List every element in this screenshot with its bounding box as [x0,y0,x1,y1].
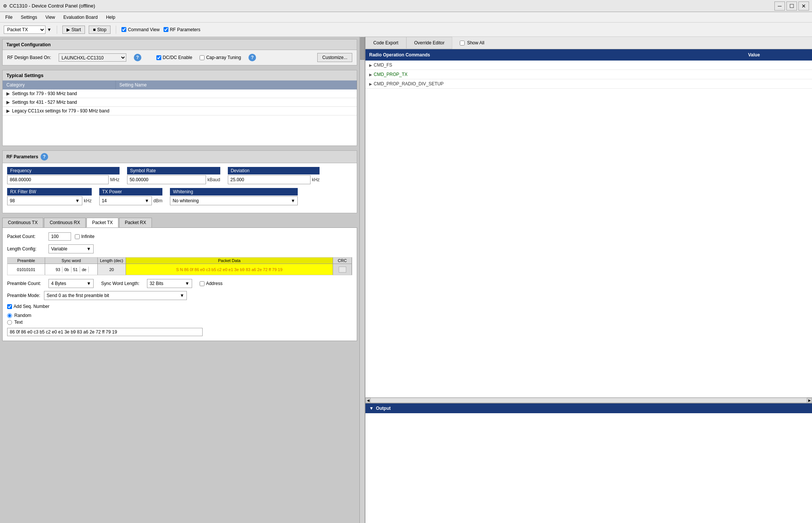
start-icon: ▶ [67,27,70,32]
address-label[interactable]: Address [200,281,223,286]
title-bar-controls: ─ ☐ ✕ [774,2,809,11]
rx-filter-dropdown[interactable]: 98 ▼ [7,196,82,205]
close-button[interactable]: ✕ [798,2,809,11]
text-radio[interactable] [7,320,12,325]
title-bar-left: ⚙ CC1310 - Device Control Panel (offline… [3,3,95,9]
preamble-mode-row: Preamble Mode: Send 0 as the first pream… [7,291,352,300]
tab-code-export[interactable]: Code Export [365,37,406,49]
scroll-right-button[interactable]: ▶ [807,398,812,403]
scroll-thumb[interactable] [360,37,365,60]
expand-arrow-icon[interactable]: ▶ [6,91,10,96]
start-button[interactable]: ▶ Start [62,26,85,34]
toolbar-separator-2 [116,26,116,34]
deviation-input[interactable] [228,175,311,184]
rf-parameters-section: RF Parameters ? Frequency MHz Symbol Rat… [2,150,357,213]
cmd-prop-tx-value [744,73,812,76]
preamble-mode-dropdown[interactable]: Send 0 as the first preamble bit ▼ [44,291,187,300]
deviation-label: Deviation [228,167,320,174]
command-row-cmd-prop-radio-div-setup[interactable]: ▶ CMD_PROP_RADIO_DIV_SETUP [365,79,812,89]
frequency-input[interactable] [7,175,109,184]
rf-params-body: Frequency MHz Symbol Rate kBaud [3,163,357,213]
cap-array-checkbox[interactable] [200,55,205,60]
tab-packet-rx[interactable]: Packet RX [119,218,152,227]
length-config-dropdown[interactable]: Variable ▼ [48,244,94,253]
mode-select[interactable]: Packet TX Packet RX Continuous TX Contin… [4,26,45,34]
random-radio[interactable] [7,313,12,318]
minimize-button[interactable]: ─ [774,2,785,11]
menu-settings[interactable]: Settings [17,13,41,21]
cap-array-label[interactable]: Cap-array Tuning [200,55,241,60]
whitening-dropdown[interactable]: No whitening ▼ [170,196,298,205]
dcdc-enable-label[interactable]: DC/DC Enable [156,55,192,60]
customize-button[interactable]: Customize... [317,53,352,62]
add-seq-checkbox[interactable] [7,304,12,309]
seq-data-input[interactable] [7,328,203,336]
command-view-checkbox-label[interactable]: Command View [121,27,159,32]
infinite-label[interactable]: Infinite [75,234,94,239]
rf-parameters-checkbox-label[interactable]: RF Parameters [164,27,200,32]
rf-row-2: RX Filter BW 98 ▼ kHz TX Power [7,188,352,205]
expand-arrow-icon[interactable]: ▶ [6,108,10,114]
tab-continuous-rx[interactable]: Continuous RX [44,218,86,227]
typical-settings-header: Typical Settings [3,70,357,80]
rf-design-help-icon[interactable]: ? [134,54,141,61]
rf-params-header: RF Parameters ? [3,151,357,163]
dcdc-enable-checkbox[interactable] [156,55,161,60]
expand-icon[interactable]: ▶ [369,73,372,77]
rx-filter-label: RX Filter BW [7,188,92,196]
menu-view[interactable]: View [42,13,59,21]
ro-commands-body: ▶ CMD_FS ▶ CMD_PROP_TX ▶ CMD_PROP_RADI [365,61,812,397]
sync-word-length-dropdown[interactable]: 32 Bits ▼ [147,279,192,288]
scroll-track[interactable] [371,398,807,403]
infinite-checkbox[interactable] [75,234,80,239]
command-row-cmd-prop-tx[interactable]: ▶ CMD_PROP_TX [365,70,812,79]
expand-arrow-icon[interactable]: ▶ [6,100,10,105]
expand-icon[interactable]: ▶ [369,82,372,86]
tx-power-field: TX Power 14 ▼ dBm [99,188,163,205]
typical-settings-empty-area [3,115,357,146]
tab-packet-tx[interactable]: Packet TX [86,218,118,227]
rf-params-help-icon[interactable]: ? [41,153,48,161]
address-checkbox[interactable] [200,281,205,286]
command-row-cmd-fs[interactable]: ▶ CMD_FS [365,61,812,70]
table-row[interactable]: ▶Settings for 431 - 527 MHz band [3,98,357,107]
rf-parameters-checkbox[interactable] [164,27,168,32]
stop-button[interactable]: ■ Stop [89,26,111,34]
menu-evaluation-board[interactable]: Evaluation Board [60,13,102,21]
symbol-rate-input[interactable] [127,175,206,184]
output-section: ▼ Output [365,403,812,523]
horizontal-scrollbar[interactable]: ◀ ▶ [365,397,812,403]
rf-design-select[interactable]: LAUNCHXL-CC1310 [59,53,126,62]
preamble-count-dropdown[interactable]: 4 Bytes ▼ [48,279,94,288]
tx-power-dropdown[interactable]: 14 ▼ [99,196,152,205]
random-radio-label[interactable]: Random [7,313,352,318]
menu-file[interactable]: File [2,13,16,21]
preamble-sync-row: Preamble Count: 4 Bytes ▼ Sync Word Leng… [7,279,352,288]
command-view-checkbox[interactable] [121,27,126,32]
typical-settings-section: Typical Settings Category Setting Name ▶… [2,70,357,146]
menu-help[interactable]: Help [102,13,119,21]
dropdown-arrow-icon: ▼ [47,27,52,32]
stop-icon: ■ [93,27,95,32]
table-row[interactable]: ▶Settings for 779 - 930 MHz band [3,89,357,98]
tabs-bar: Continuous TX Continuous RX Packet TX Pa… [0,215,365,227]
scroll-left-button[interactable]: ◀ [365,398,371,403]
symbol-rate-unit: kBaud [208,177,220,182]
length-config-row: Length Config: Variable ▼ [7,244,352,253]
frequency-unit: MHz [110,177,120,182]
show-all-checkbox[interactable] [460,41,465,45]
rx-filter-unit: kHz [84,198,92,203]
maximize-button[interactable]: ☐ [786,2,797,11]
tab-override-editor[interactable]: Override Editor [406,37,453,49]
expand-icon[interactable]: ▶ [369,63,372,67]
dropdown-icon: ▼ [86,246,91,252]
vertical-scrollbar[interactable] [359,37,365,523]
text-radio-label[interactable]: Text [7,320,352,325]
tab-content-packet-tx: Packet Count: Infinite Length Config: Va… [2,227,357,341]
add-seq-label[interactable]: Add Seq. Number [7,304,49,309]
tab-continuous-tx[interactable]: Continuous TX [2,218,43,227]
packet-count-input[interactable] [48,232,71,241]
table-row[interactable]: ▶Legacy CC11xx settings for 779 - 930 MH… [3,107,357,115]
cap-array-help-icon[interactable]: ? [248,54,256,61]
output-collapse-icon[interactable]: ▼ [369,406,374,411]
